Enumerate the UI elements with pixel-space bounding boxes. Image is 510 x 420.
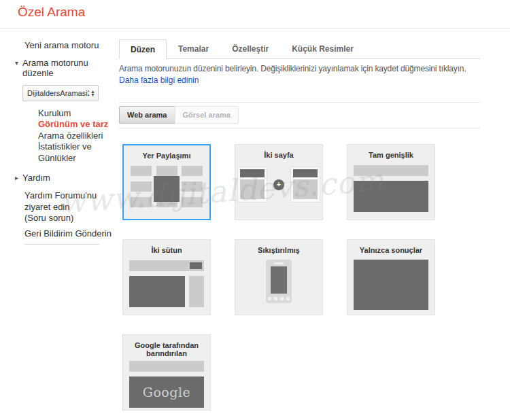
caret-right-icon: ▸ [15,173,22,183]
layout-card-label: Sıkıştırılmış [235,246,322,254]
sidebar-feedback-link[interactable]: Geri Bildirim Gönderin [24,228,118,240]
section-divider-top [119,102,480,103]
layout-card-label: Yalnızca sonuçlar [347,246,435,254]
two-page-layout-thumbnail: + [235,167,322,203]
sidebar-help-forum-link[interactable]: Yardım Forumu'nu ziyaret edin [24,190,120,213]
layout-card-yer-paylasimi[interactable]: Yer Paylaşımı [122,144,211,220]
plus-icon: + [273,179,284,190]
layout-card-tam-genislik[interactable]: Tam genişlik [347,144,435,220]
header-divider [0,28,510,29]
engine-select-value: DijitaldersAramasi2 [27,89,89,97]
sidebar-help-label: Yardım [22,173,50,183]
sidebar-ask-question-link[interactable]: (Soru sorun) [24,213,118,224]
results-block [354,181,428,212]
sidebar-edit-engine-label: Arama motorunu düzenle [22,58,118,78]
layout-card-google-hosted[interactable]: Google tarafından barındırılan Google [122,334,211,410]
tab-kucuk-resimler[interactable]: Küçük Resimler [280,39,365,58]
learn-more-link[interactable]: Daha fazla bilgi edinin [119,75,199,85]
phone-buttons [266,297,292,300]
sort-arrows-icon: ▲ ▼ [90,90,95,97]
google-hosted-block: Google [129,377,204,408]
search-bar-block [129,361,204,372]
side-column-block [189,276,204,307]
results-block [129,276,185,307]
mini-page [237,167,267,203]
sort-down-glyph: ▼ [90,93,95,97]
layout-card-label: İki sayfa [235,151,322,159]
image-search-toggle-button[interactable]: Görsel arama [175,106,239,124]
overlay-block [154,176,180,202]
layout-card-label: Tam genişlik [347,151,435,159]
sidebar-edit-engine[interactable]: ▾ Arama motorunu düzenle [15,58,118,78]
search-bar-block [129,260,204,271]
main-content: Düzen Temalar Özelleştir Küçük Resimler … [119,39,480,410]
tab-duzen[interactable]: Düzen [119,39,167,59]
sidebar-new-engine-link[interactable]: Yeni arama motoru [24,40,118,52]
sidebar-item-istatistikler-ve-gunlukler[interactable]: İstatistikler ve Günlükler [38,141,118,164]
two-column-thumbnail [129,276,204,307]
overlay-layout-thumbnail [131,166,203,207]
phone-speaker [274,262,284,264]
layout-card-sikistirilmis[interactable]: Sıkıştırılmış [235,239,323,315]
sidebar-item-arama-ozellikleri[interactable]: Arama özellikleri [38,130,118,142]
layout-card-yalnizca-sonuclar[interactable]: Yalnızca sonuçlar [347,239,435,315]
results-only-block [354,260,428,310]
sidebar-help[interactable]: ▸ Yardım [15,173,118,183]
sidebar-divider [24,244,99,245]
phone-screen [271,266,287,294]
sidebar-engine-menu: Kurulum Görünüm ve tarz Arama özellikler… [38,108,118,164]
sidebar: Yeni arama motoru ▾ Arama motorunu düzen… [15,39,118,245]
caret-down-icon: ▾ [15,58,22,69]
layout-card-iki-sayfa[interactable]: İki sayfa + [235,144,323,220]
web-search-toggle-button[interactable]: Web arama [119,106,175,124]
layout-options-grid: Yer Paylaşımı İki sayfa + Tam genişlik [122,144,480,410]
phone-icon [266,260,292,303]
search-type-toggle: Web arama Görsel arama [119,106,480,124]
section-divider-bottom [119,128,480,128]
layout-card-iki-sutun[interactable]: İki sütun [122,239,211,315]
layout-card-label: Yer Paylaşımı [124,152,209,160]
page-title: Özel Arama [18,5,85,20]
tab-bar: Düzen Temalar Özelleştir Küçük Resimler [119,39,480,59]
tab-ozellestir[interactable]: Özelleştir [220,39,280,58]
mini-page [290,167,320,203]
page-header: Özel Arama [18,5,85,20]
search-bar-block [354,165,428,176]
google-logo: Google [143,385,191,400]
tab-temalar[interactable]: Temalar [167,39,220,58]
sidebar-item-gorunum-ve-tarz[interactable]: Görünüm ve tarz [38,119,118,130]
sidebar-item-kurulum[interactable]: Kurulum [38,108,118,120]
layout-description: Arama motorunuzun düzenini belirleyin. D… [119,64,480,73]
layout-card-label: İki sütun [123,246,210,254]
accent-block [190,262,202,269]
engine-select-dropdown[interactable]: DijitaldersAramasi2 ▲ ▼ [22,85,99,101]
layout-card-label: Google tarafından barındırılan [123,341,210,357]
